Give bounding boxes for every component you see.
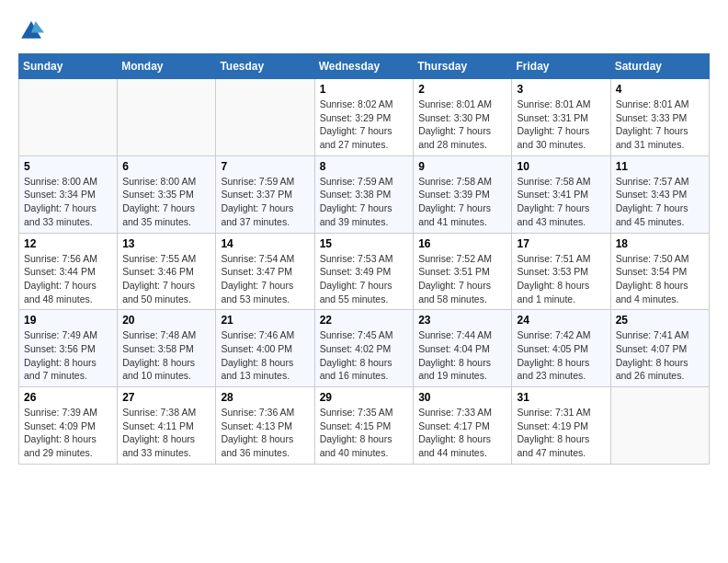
day-number: 15 xyxy=(320,237,409,250)
calendar-week-1: 1Sunrise: 8:02 AM Sunset: 3:29 PM Daylig… xyxy=(19,79,710,156)
column-header-sunday: Sunday xyxy=(19,54,118,79)
day-number: 28 xyxy=(221,391,309,404)
column-header-friday: Friday xyxy=(512,54,610,79)
day-info: Sunrise: 8:02 AM Sunset: 3:29 PM Dayligh… xyxy=(320,98,393,150)
calendar-cell: 10Sunrise: 7:58 AM Sunset: 3:41 PM Dayli… xyxy=(512,155,610,233)
day-info: Sunrise: 7:39 AM Sunset: 4:09 PM Dayligh… xyxy=(24,407,97,458)
day-number: 27 xyxy=(122,391,210,404)
day-info: Sunrise: 7:44 AM Sunset: 4:04 PM Dayligh… xyxy=(418,329,492,381)
column-header-wednesday: Wednesday xyxy=(314,54,414,79)
day-number: 6 xyxy=(122,160,210,173)
day-info: Sunrise: 7:46 AM Sunset: 4:00 PM Dayligh… xyxy=(221,329,294,381)
day-info: Sunrise: 7:54 AM Sunset: 3:47 PM Dayligh… xyxy=(221,253,294,304)
calendar-cell: 17Sunrise: 7:51 AM Sunset: 3:53 PM Dayli… xyxy=(512,233,610,310)
day-number: 12 xyxy=(24,237,112,250)
day-number: 13 xyxy=(122,237,210,250)
calendar-cell: 4Sunrise: 8:01 AM Sunset: 3:33 PM Daylig… xyxy=(610,79,709,156)
calendar-header-row: SundayMondayTuesdayWednesdayThursdayFrid… xyxy=(19,54,710,79)
day-info: Sunrise: 7:49 AM Sunset: 3:56 PM Dayligh… xyxy=(24,329,97,381)
calendar-cell: 26Sunrise: 7:39 AM Sunset: 4:09 PM Dayli… xyxy=(19,387,118,465)
day-info: Sunrise: 8:00 AM Sunset: 3:34 PM Dayligh… xyxy=(24,176,97,227)
day-number: 24 xyxy=(517,314,605,327)
day-info: Sunrise: 7:45 AM Sunset: 4:02 PM Dayligh… xyxy=(320,329,393,381)
calendar-table: SundayMondayTuesdayWednesdayThursdayFrid… xyxy=(18,53,710,465)
calendar-cell: 24Sunrise: 7:42 AM Sunset: 4:05 PM Dayli… xyxy=(512,310,610,387)
day-info: Sunrise: 7:35 AM Sunset: 4:15 PM Dayligh… xyxy=(320,407,393,458)
day-number: 20 xyxy=(122,314,210,327)
day-info: Sunrise: 7:41 AM Sunset: 4:07 PM Dayligh… xyxy=(616,329,689,381)
column-header-thursday: Thursday xyxy=(414,54,512,79)
day-number: 22 xyxy=(320,314,409,327)
calendar-cell: 2Sunrise: 8:01 AM Sunset: 3:30 PM Daylig… xyxy=(414,79,512,156)
calendar-cell: 16Sunrise: 7:52 AM Sunset: 3:51 PM Dayli… xyxy=(414,233,512,310)
calendar-cell: 30Sunrise: 7:33 AM Sunset: 4:17 PM Dayli… xyxy=(414,387,512,465)
day-number: 16 xyxy=(418,237,506,250)
day-number: 18 xyxy=(616,237,704,250)
day-number: 9 xyxy=(418,160,506,173)
day-info: Sunrise: 7:58 AM Sunset: 3:39 PM Dayligh… xyxy=(418,176,492,227)
calendar-cell xyxy=(118,79,216,156)
day-info: Sunrise: 7:51 AM Sunset: 3:53 PM Dayligh… xyxy=(517,253,590,304)
calendar-cell: 14Sunrise: 7:54 AM Sunset: 3:47 PM Dayli… xyxy=(216,233,314,310)
day-number: 14 xyxy=(221,237,309,250)
day-number: 23 xyxy=(418,314,506,327)
day-number: 4 xyxy=(616,83,704,96)
calendar-cell xyxy=(610,387,709,465)
day-number: 5 xyxy=(24,160,112,173)
calendar-cell: 31Sunrise: 7:31 AM Sunset: 4:19 PM Dayli… xyxy=(512,387,610,465)
day-number: 3 xyxy=(517,83,605,96)
calendar-cell: 7Sunrise: 7:59 AM Sunset: 3:37 PM Daylig… xyxy=(216,155,314,233)
day-info: Sunrise: 7:59 AM Sunset: 3:37 PM Dayligh… xyxy=(221,176,294,227)
day-number: 21 xyxy=(221,314,309,327)
day-number: 29 xyxy=(320,391,409,404)
calendar-week-2: 5Sunrise: 8:00 AM Sunset: 3:34 PM Daylig… xyxy=(19,155,710,233)
calendar-cell xyxy=(19,79,118,156)
day-info: Sunrise: 7:53 AM Sunset: 3:49 PM Dayligh… xyxy=(320,253,393,304)
day-number: 8 xyxy=(320,160,409,173)
calendar-cell xyxy=(216,79,314,156)
calendar-cell: 8Sunrise: 7:59 AM Sunset: 3:38 PM Daylig… xyxy=(314,155,414,233)
day-info: Sunrise: 7:42 AM Sunset: 4:05 PM Dayligh… xyxy=(517,329,590,381)
day-info: Sunrise: 7:58 AM Sunset: 3:41 PM Dayligh… xyxy=(517,176,590,227)
column-header-tuesday: Tuesday xyxy=(216,54,314,79)
calendar-cell: 13Sunrise: 7:55 AM Sunset: 3:46 PM Dayli… xyxy=(118,233,216,310)
logo xyxy=(18,18,48,44)
calendar-cell: 22Sunrise: 7:45 AM Sunset: 4:02 PM Dayli… xyxy=(314,310,414,387)
day-number: 1 xyxy=(320,83,409,96)
day-info: Sunrise: 7:56 AM Sunset: 3:44 PM Dayligh… xyxy=(24,253,97,304)
calendar-cell: 3Sunrise: 8:01 AM Sunset: 3:31 PM Daylig… xyxy=(512,79,610,156)
calendar-cell: 12Sunrise: 7:56 AM Sunset: 3:44 PM Dayli… xyxy=(19,233,118,310)
calendar-cell: 15Sunrise: 7:53 AM Sunset: 3:49 PM Dayli… xyxy=(314,233,414,310)
day-number: 2 xyxy=(418,83,506,96)
day-number: 19 xyxy=(24,314,112,327)
day-number: 31 xyxy=(517,391,605,404)
calendar-cell: 28Sunrise: 7:36 AM Sunset: 4:13 PM Dayli… xyxy=(216,387,314,465)
calendar-cell: 29Sunrise: 7:35 AM Sunset: 4:15 PM Dayli… xyxy=(314,387,414,465)
calendar-cell: 6Sunrise: 8:00 AM Sunset: 3:35 PM Daylig… xyxy=(118,155,216,233)
day-info: Sunrise: 7:57 AM Sunset: 3:43 PM Dayligh… xyxy=(616,176,689,227)
day-info: Sunrise: 7:55 AM Sunset: 3:46 PM Dayligh… xyxy=(122,253,196,304)
calendar-cell: 18Sunrise: 7:50 AM Sunset: 3:54 PM Dayli… xyxy=(610,233,709,310)
page-header xyxy=(18,18,710,44)
column-header-saturday: Saturday xyxy=(610,54,709,79)
day-info: Sunrise: 7:33 AM Sunset: 4:17 PM Dayligh… xyxy=(418,407,492,458)
calendar-week-4: 19Sunrise: 7:49 AM Sunset: 3:56 PM Dayli… xyxy=(19,310,710,387)
calendar-cell: 1Sunrise: 8:02 AM Sunset: 3:29 PM Daylig… xyxy=(314,79,414,156)
day-info: Sunrise: 8:01 AM Sunset: 3:33 PM Dayligh… xyxy=(616,98,689,150)
day-info: Sunrise: 8:01 AM Sunset: 3:30 PM Dayligh… xyxy=(418,98,492,150)
day-info: Sunrise: 8:00 AM Sunset: 3:35 PM Dayligh… xyxy=(122,176,196,227)
calendar-cell: 20Sunrise: 7:48 AM Sunset: 3:58 PM Dayli… xyxy=(118,310,216,387)
calendar-cell: 19Sunrise: 7:49 AM Sunset: 3:56 PM Dayli… xyxy=(19,310,118,387)
column-header-monday: Monday xyxy=(118,54,216,79)
day-number: 30 xyxy=(418,391,506,404)
calendar-cell: 23Sunrise: 7:44 AM Sunset: 4:04 PM Dayli… xyxy=(414,310,512,387)
day-info: Sunrise: 7:36 AM Sunset: 4:13 PM Dayligh… xyxy=(221,407,294,458)
day-number: 26 xyxy=(24,391,112,404)
day-number: 10 xyxy=(517,160,605,173)
calendar-week-5: 26Sunrise: 7:39 AM Sunset: 4:09 PM Dayli… xyxy=(19,387,710,465)
logo-icon xyxy=(18,18,44,44)
day-info: Sunrise: 7:48 AM Sunset: 3:58 PM Dayligh… xyxy=(122,329,196,381)
calendar-cell: 5Sunrise: 8:00 AM Sunset: 3:34 PM Daylig… xyxy=(19,155,118,233)
day-number: 7 xyxy=(221,160,309,173)
calendar-cell: 21Sunrise: 7:46 AM Sunset: 4:00 PM Dayli… xyxy=(216,310,314,387)
